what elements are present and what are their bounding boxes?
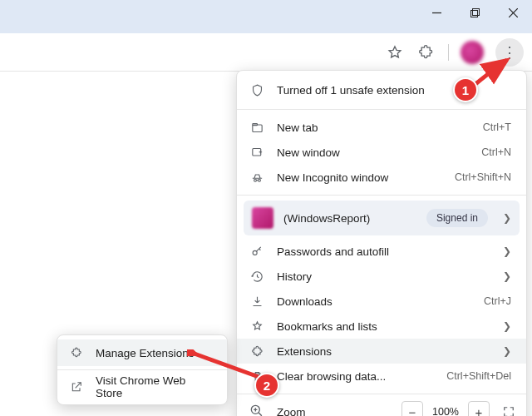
annotation-badge-1: 1 — [453, 77, 478, 102]
star-icon — [387, 44, 403, 61]
maximize-button[interactable] — [456, 0, 494, 25]
menu-item-bookmarks[interactable]: Bookmarks and lists ❯ — [237, 314, 526, 339]
incognito-icon — [249, 171, 265, 185]
window-controls — [417, 0, 532, 25]
svg-rect-1 — [470, 10, 477, 17]
menu-item-new-window[interactable]: New window Ctrl+N — [237, 140, 526, 165]
menu-item-shortcut: Ctrl+T — [483, 121, 511, 133]
minimize-icon — [432, 8, 441, 17]
menu-item-new-tab[interactable]: New tab Ctrl+T — [237, 115, 526, 140]
svg-point-9 — [258, 179, 260, 181]
profile-name: (WindowsReport) — [283, 212, 416, 225]
minimize-button[interactable] — [417, 0, 456, 25]
zoom-controls: − 100% + — [401, 401, 520, 416]
chevron-right-icon: ❯ — [503, 270, 511, 282]
close-button[interactable] — [494, 0, 532, 25]
menu-item-label: New Incognito window — [277, 171, 443, 184]
submenu-item-label: Manage Extensions — [96, 347, 195, 359]
zoom-value: 100% — [428, 406, 463, 416]
chevron-right-icon: ❯ — [503, 345, 511, 357]
menu-item-label: History — [277, 270, 485, 283]
menu-item-label: New tab — [277, 121, 471, 134]
menu-item-shortcut: Ctrl+J — [484, 295, 511, 307]
new-tab-icon — [249, 121, 265, 135]
chevron-right-icon: ❯ — [503, 245, 511, 257]
svg-rect-2 — [472, 8, 479, 15]
menu-item-label: Downloads — [277, 295, 472, 308]
menu-item-passwords[interactable]: Passwords and autofill ❯ — [237, 239, 526, 264]
key-icon — [249, 245, 265, 259]
new-window-icon — [249, 146, 265, 160]
maximize-icon — [470, 8, 480, 17]
zoom-out-button[interactable]: − — [401, 401, 423, 416]
signed-in-badge: Signed in — [426, 209, 488, 227]
menu-item-label: New window — [277, 146, 470, 159]
history-icon — [249, 270, 265, 284]
browser-toolbar: ⋮ — [0, 33, 532, 72]
zoom-label: Zoom — [277, 406, 390, 417]
extensions-button[interactable] — [416, 42, 436, 62]
external-link-icon — [69, 380, 84, 394]
menu-separator — [237, 394, 526, 394]
menu-item-label: Bookmarks and lists — [277, 320, 485, 333]
toolbar-divider — [448, 44, 449, 61]
menu-item-shortcut: Ctrl+Shift+Del — [446, 370, 511, 382]
bookmark-star-button[interactable] — [385, 42, 405, 62]
menu-item-incognito[interactable]: New Incognito window Ctrl+Shift+N — [237, 165, 526, 190]
menu-item-history[interactable]: History ❯ — [237, 264, 526, 289]
puzzle-icon — [418, 44, 435, 61]
menu-separator — [237, 195, 526, 196]
chrome-main-menu: Turned off 1 unsafe extension New tab Ct… — [236, 70, 527, 416]
zoom-icon — [249, 403, 265, 417]
menu-item-label: Passwords and autofill — [277, 245, 485, 258]
menu-item-downloads[interactable]: Downloads Ctrl+J — [237, 289, 526, 314]
menu-item-zoom: Zoom − 100% + — [237, 399, 526, 416]
download-icon — [249, 295, 265, 309]
menu-item-shortcut: Ctrl+Shift+N — [455, 171, 511, 183]
fullscreen-button[interactable] — [498, 401, 520, 416]
chevron-right-icon: ❯ — [503, 320, 511, 332]
zoom-in-button[interactable]: + — [468, 401, 490, 416]
close-icon — [509, 8, 518, 17]
menu-item-shortcut: Ctrl+N — [481, 146, 511, 158]
bookmark-star-icon — [249, 319, 265, 334]
menu-separator — [237, 109, 526, 110]
fullscreen-icon — [503, 406, 515, 416]
profile-avatar-small — [252, 207, 273, 229]
menu-item-label: Clear browsing data... — [277, 370, 435, 383]
puzzle-icon — [69, 346, 84, 359]
shield-icon — [249, 83, 265, 97]
menu-profile-row[interactable]: (WindowsReport) Signed in ❯ — [244, 201, 520, 235]
menu-item-clear-data[interactable]: Clear browsing data... Ctrl+Shift+Del — [237, 364, 526, 389]
menu-item-label: Extensions — [277, 345, 485, 358]
menu-item-extensions[interactable]: Extensions ❯ — [237, 339, 526, 364]
svg-point-10 — [253, 250, 257, 255]
chevron-right-icon: ❯ — [503, 212, 511, 224]
svg-point-8 — [254, 179, 256, 181]
annotation-badge-2: 2 — [254, 373, 279, 398]
